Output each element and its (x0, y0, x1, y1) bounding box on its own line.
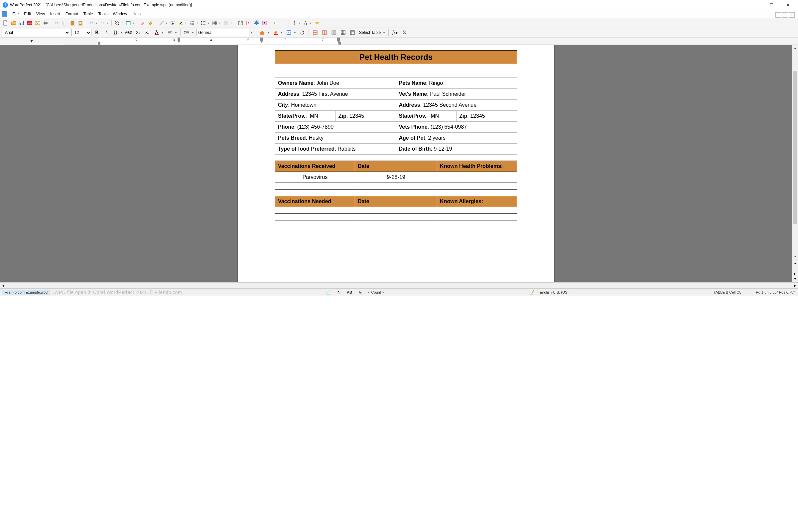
strikethrough-button[interactable]: ABC (125, 29, 133, 36)
cut-icon[interactable]: ✂ (53, 19, 60, 26)
formula-button[interactable]: fx▸ (391, 29, 399, 36)
expert-dropdown[interactable]: ▾ (298, 19, 301, 26)
save-icon[interactable] (18, 19, 25, 26)
menu-file[interactable]: File (10, 11, 21, 17)
status-language[interactable]: English-U.S. (US) (538, 290, 570, 294)
insert-col-button[interactable] (321, 29, 328, 36)
font-size-select[interactable]: 12 (72, 29, 92, 36)
scroll-left-icon[interactable]: ◀ (0, 283, 6, 288)
italic-button[interactable]: I (102, 29, 110, 36)
spacing-dropdown[interactable]: ▾ (191, 29, 194, 36)
highlighter-icon[interactable] (147, 19, 154, 26)
font-color-button[interactable] (153, 29, 160, 36)
status-table-cell[interactable]: TABLE B Cell C5 (712, 290, 743, 294)
columns-icon[interactable] (223, 19, 230, 26)
underline-button[interactable]: U (111, 29, 119, 36)
sum-button[interactable]: Σ (400, 29, 408, 36)
status-spellcheck-icon[interactable]: 📝 (528, 290, 536, 295)
bullist-dropdown[interactable]: ▾ (207, 19, 210, 26)
scroll-up-icon[interactable]: ▲ (792, 45, 798, 51)
menu-insert[interactable]: Insert (48, 11, 62, 17)
date-icon[interactable] (125, 19, 132, 26)
line-spacing-button[interactable] (183, 29, 191, 36)
new-doc-icon[interactable] (2, 19, 9, 26)
columns-dropdown[interactable]: ▾ (230, 19, 232, 26)
copy-icon[interactable] (61, 19, 68, 26)
asterisk-icon[interactable]: ✱ (253, 19, 260, 26)
fill-button[interactable] (258, 29, 266, 36)
cell-border-dropdown[interactable]: ▾ (293, 29, 296, 36)
book-icon[interactable]: $ (245, 19, 252, 26)
line-icon[interactable] (158, 19, 165, 26)
doc-title[interactable]: Pet Health Records (275, 50, 517, 64)
status-filename[interactable]: FileInfo.com Example.wpd (2, 290, 50, 295)
insert-row-button[interactable] (311, 29, 319, 36)
style-select[interactable] (196, 29, 249, 36)
menu-table[interactable]: Table (81, 11, 95, 17)
undo-dropdown[interactable]: ▾ (95, 19, 98, 26)
font-name-select[interactable]: Arial (2, 29, 70, 36)
vaccinations-received-table[interactable]: Vaccinations Received Date Known Health … (275, 160, 517, 227)
bold-button[interactable]: B (93, 29, 101, 36)
line-dropdown[interactable]: ▾ (165, 19, 168, 26)
font-color-dropdown[interactable]: ▾ (161, 29, 164, 36)
browse-select-icon[interactable]: ▭ (793, 266, 798, 271)
child-restore-button[interactable]: ❐ (782, 12, 788, 18)
superscript-button[interactable]: X2 (143, 29, 151, 36)
browse-object-icon[interactable]: ◧ (793, 271, 798, 276)
macro-dropdown[interactable]: ▾ (309, 19, 312, 26)
menu-help[interactable]: Help (130, 11, 143, 17)
fill-dropdown[interactable]: ▾ (267, 29, 270, 36)
table-grid-icon[interactable] (211, 19, 218, 26)
page[interactable]: Pet Health Records Owners Name: John Doe… (238, 45, 554, 282)
table-tools-button[interactable] (348, 29, 357, 36)
close-button[interactable]: ✕ (780, 0, 795, 10)
paste-icon[interactable] (69, 19, 76, 26)
cell-border-button[interactable] (285, 29, 293, 36)
horizontal-scrollbar[interactable]: ◀ ▶ (0, 282, 798, 288)
zoom-dropdown[interactable]: ▾ (121, 19, 124, 26)
scroll-thumb[interactable] (793, 71, 797, 224)
special-char-icon[interactable]: ✿ (261, 19, 268, 26)
doc-system-icon[interactable] (2, 11, 7, 17)
bulleted-list-icon[interactable] (200, 19, 207, 26)
print-icon[interactable] (42, 19, 49, 26)
document-area[interactable]: Pet Health Records Owners Name: John Doe… (0, 45, 792, 282)
redo-icon[interactable]: ↷ (99, 19, 107, 26)
textbox-icon[interactable]: A (169, 19, 176, 26)
border-color-button[interactable] (272, 29, 280, 36)
redo-dropdown[interactable]: ▾ (107, 19, 109, 26)
child-minimize-button[interactable]: – (775, 12, 781, 18)
clipboard-icon[interactable] (77, 19, 84, 26)
mail-icon[interactable] (34, 19, 41, 26)
menu-edit[interactable]: Edit (22, 11, 33, 17)
favorite-icon[interactable]: ★ (313, 19, 321, 26)
status-docinfo-icon[interactable]: 📄 (324, 290, 332, 295)
eraser-icon[interactable] (139, 19, 146, 26)
undo-icon[interactable]: ↶ (88, 19, 95, 26)
highlight2-dropdown[interactable]: ▾ (185, 19, 187, 26)
pdf-icon[interactable]: PDF (26, 19, 33, 26)
select-table-dropdown[interactable]: ▾ (383, 29, 385, 36)
status-position[interactable]: Pg 1 Ln 5.55" Pos 6.78" (755, 290, 796, 294)
open-icon[interactable] (10, 19, 17, 26)
child-close-button[interactable]: × (789, 12, 795, 18)
info-table[interactable]: Owners Name: John Doe Pets Name: Ringo A… (275, 77, 517, 155)
minimize-button[interactable]: ─ (748, 0, 763, 10)
macro-icon[interactable] (302, 19, 309, 26)
highlight2-icon[interactable] (177, 19, 185, 26)
vertical-scrollbar[interactable]: ▲ ▼ ▲ ▭ ◧ ▼ (792, 45, 798, 282)
underline-dropdown[interactable]: ▾ (120, 29, 123, 36)
align-button[interactable] (166, 29, 174, 36)
forward-arrow-icon[interactable]: → (280, 19, 287, 26)
status-cursor-icon[interactable]: ↖ (335, 290, 343, 295)
numbered-list-icon[interactable]: 123 (189, 19, 196, 26)
status-ab-icon[interactable]: AB (345, 290, 354, 294)
menu-window[interactable]: Window (111, 11, 130, 17)
delete-row-button[interactable] (330, 29, 338, 36)
maximize-button[interactable]: ☐ (764, 0, 779, 10)
table-format-button[interactable] (339, 29, 347, 36)
next-table-top[interactable] (275, 234, 517, 245)
subscript-button[interactable]: X2 (134, 29, 142, 36)
horizontal-ruler[interactable]: 2 3 4 5 6 7 (63, 38, 798, 45)
